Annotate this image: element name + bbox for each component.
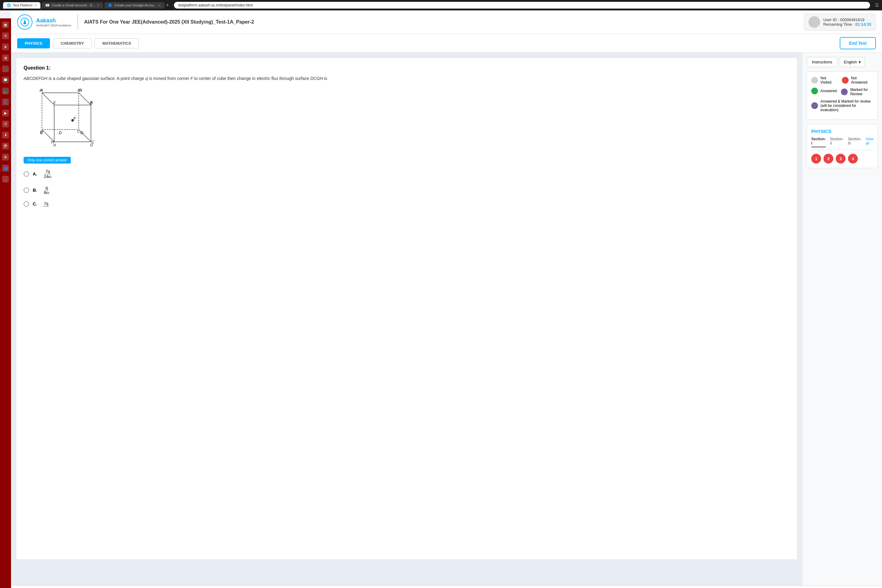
svg-text:A: A [39, 88, 42, 93]
answered-marked-dot: B [811, 102, 818, 109]
new-tab-icon[interactable]: + [166, 2, 169, 9]
browser-menu-icon[interactable]: ☰ [875, 3, 879, 8]
question-num-4[interactable]: 4 [848, 154, 858, 164]
option-a-value: 7q 24ε₀ [43, 169, 52, 179]
sidebar-people-icon[interactable]: 👥 [2, 165, 9, 171]
tab-favicon: 📧 [45, 3, 50, 8]
question-num-3[interactable]: 3 [836, 154, 846, 164]
option-c-radio[interactable] [24, 201, 29, 207]
option-c-row: C. 7q [24, 201, 790, 207]
logo-name: Aakash [36, 18, 71, 24]
tab-bar: 🌐 Test Platform ✕ 📧 Create a Gmail accou… [3, 2, 169, 9]
left-sidebar: 🏠 ↻ ★ ⊞ 🎧 💬 📺 👤 ▶ ⏱ ⬇ 📦 ⚙ 👥 … [0, 18, 11, 588]
svg-text:B: B [78, 88, 80, 93]
instructions-button[interactable]: Instructions [807, 57, 837, 67]
right-sidebar: Instructions English ▾ Not Visited Not A… [802, 52, 882, 585]
tab-chemistry[interactable]: CHEMISTRY [53, 38, 92, 48]
logo-subtitle: Medical|IIT-JEE|Foundations [36, 24, 71, 27]
option-a-radio[interactable] [24, 171, 29, 177]
sidebar-grid-icon[interactable]: ⊞ [2, 54, 9, 61]
legend-answered: Answered [811, 88, 837, 94]
svg-line-3 [79, 93, 91, 105]
subject-tabs-bar: PHYSICS CHEMISTRY MATHEMATICS End Test [11, 34, 882, 52]
aakash-logo [17, 14, 33, 30]
option-a-row: A. 7q 24ε₀ [24, 169, 790, 179]
svg-marker-1 [23, 19, 26, 24]
tab-favicon: 🌐 [7, 3, 11, 8]
sidebar-clock-icon[interactable]: ⏱ [2, 121, 9, 128]
close-icon[interactable]: ✕ [158, 4, 161, 7]
svg-text:H: H [53, 143, 56, 147]
remaining-time-line: Remaining Time : 01:14:33 [823, 22, 871, 27]
sidebar-headset-icon[interactable]: 🎧 [2, 66, 9, 72]
user-details: User ID : 00006481619 Remaining Time : 0… [823, 18, 871, 27]
legend-not-visited: Not Visited [811, 76, 838, 84]
legend-not-answered: Not Answered [842, 76, 873, 84]
answered-marked-label: Answered & Marked for review (will be co… [820, 99, 873, 112]
sidebar-star-icon[interactable]: ★ [2, 44, 9, 50]
svg-text:F: F [90, 100, 93, 105]
tab-favicon: 🔵 [108, 3, 112, 8]
legend-row-1: Not Visited Not Answered [811, 76, 873, 84]
address-bar[interactable]: testplatform.aakash.ac.in/testpanel/inde… [174, 2, 870, 9]
close-icon[interactable]: ✕ [97, 4, 99, 7]
close-icon[interactable]: ✕ [34, 4, 37, 7]
sidebar-play-icon[interactable]: ▶ [2, 110, 9, 116]
legend-marked: Marked for Review [841, 88, 873, 96]
browser-chrome: 🌐 Test Platform ✕ 📧 Create a Gmail accou… [0, 0, 882, 10]
question-num-2[interactable]: 2 [824, 154, 833, 164]
section-tab-1[interactable]: Section-I [811, 137, 826, 147]
sidebar-rotate-icon[interactable]: ↻ [2, 33, 9, 39]
section-tab-2[interactable]: Section-II [830, 137, 843, 147]
option-b-label: B. [33, 188, 37, 193]
marked-label: Marked for Review [850, 88, 873, 96]
svg-text:G: G [90, 143, 93, 147]
language-selector[interactable]: English ▾ [840, 57, 865, 67]
user-id-line: User ID : 00006481619 [823, 18, 871, 22]
sidebar-settings-icon[interactable]: ⚙ [2, 154, 9, 160]
sidebar-download-icon[interactable]: ⬇ [2, 132, 9, 138]
legend-answered-marked: B Answered & Marked for review (will be … [811, 99, 873, 112]
avatar [808, 16, 820, 28]
logo-text-area: Aakash Medical|IIT-JEE|Foundations [36, 18, 71, 27]
sidebar-home-icon[interactable]: 🏠 [2, 21, 9, 28]
end-test-button[interactable]: End Test [840, 37, 876, 49]
sidebar-chat-icon[interactable]: 💬 [2, 76, 9, 83]
chevron-down-icon: ▾ [859, 60, 861, 64]
sidebar-box-icon[interactable]: 📦 [2, 143, 9, 150]
not-visited-label: Not Visited [820, 76, 838, 84]
sidebar-user-icon[interactable]: 👤 [2, 99, 9, 105]
svg-text:E: E [53, 100, 56, 105]
option-b-radio[interactable] [24, 188, 29, 193]
sidebar-tv-icon[interactable]: 📺 [2, 88, 9, 94]
exam-title: AIATS For One Year JEE(Advanced)-2025 (X… [84, 19, 798, 25]
option-a-label: A. [33, 171, 37, 176]
legend-panel: Not Visited Not Answered Answered Marked… [807, 71, 878, 120]
svg-text:G: G [80, 130, 83, 135]
tab-test-platform[interactable]: 🌐 Test Platform ✕ [3, 2, 40, 9]
tab-google[interactable]: 🔵 Create your Google Accou... ✕ [104, 2, 165, 9]
question-num-1[interactable]: 1 [811, 154, 821, 164]
sidebar-more-icon[interactable]: … [2, 176, 9, 183]
not-answered-label: Not Answered [851, 76, 873, 84]
tab-gmail[interactable]: 📧 Create a Gmail account - G... ✕ [42, 2, 103, 9]
legend-row-3: B Answered & Marked for review (will be … [811, 99, 873, 112]
tab-physics[interactable]: PHYSICS [17, 38, 50, 48]
user-id-value: : 00006481619 [838, 18, 864, 22]
answer-type-badge: Only one correct answer [24, 157, 71, 164]
tab-mathematics[interactable]: MATHEMATICS [94, 38, 139, 48]
content-area: Question 1: ABCDEFGH is a cube shaped ga… [11, 52, 882, 585]
view-all-link[interactable]: View all [866, 137, 873, 147]
bottom-navigation-bar: ‹ Previous Clear Mark for Review & Next … [11, 585, 882, 588]
main-header: Aakash Medical|IIT-JEE|Foundations AIATS… [11, 10, 882, 34]
right-top-controls: Instructions English ▾ [807, 57, 878, 67]
section-tab-3[interactable]: Section-III [848, 137, 861, 147]
not-visited-dot [811, 77, 818, 84]
question-number: Question 1: [24, 65, 790, 71]
svg-text:F: F [74, 116, 76, 121]
question-numbers-grid: 1 2 3 4 [811, 154, 873, 164]
question-panel: Question 1: ABCDEFGH is a cube shaped ga… [16, 58, 798, 560]
option-c-label: C. [33, 201, 37, 206]
logo-area: Aakash Medical|IIT-JEE|Foundations [17, 14, 78, 30]
option-b-row: B. q 8ε₀ [24, 185, 790, 195]
